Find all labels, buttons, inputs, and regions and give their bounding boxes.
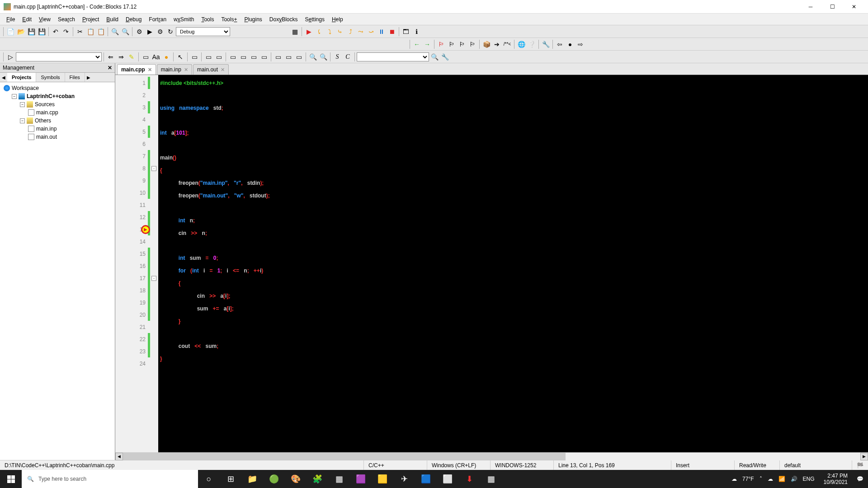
- minimize-button[interactable]: ─: [800, 0, 821, 14]
- start-button[interactable]: [0, 470, 22, 488]
- dot-icon[interactable]: ●: [161, 52, 171, 62]
- doxy-html-icon[interactable]: 🌐: [516, 39, 526, 49]
- zoom-out-icon[interactable]: 🔍: [318, 52, 328, 62]
- menu-doxyblocks[interactable]: DoxyBlocks: [266, 14, 302, 24]
- menu-wxsmith[interactable]: wxSmith: [170, 14, 198, 24]
- symbol-combo[interactable]: [357, 52, 429, 61]
- bookmark-prev-icon[interactable]: 🏳: [447, 39, 457, 49]
- menu-edit[interactable]: Edit: [19, 14, 35, 24]
- scroll-right-icon[interactable]: ▶: [860, 453, 868, 460]
- tree-sources-folder[interactable]: − Sources: [18, 100, 113, 108]
- onedrive-icon[interactable]: ☁: [768, 476, 773, 482]
- new-file-icon[interactable]: 📄: [5, 27, 15, 37]
- stop-debug-icon[interactable]: ⏹: [387, 27, 397, 37]
- app-icon-1[interactable]: 🟢: [263, 470, 285, 488]
- step-into-icon[interactable]: ⤷: [335, 27, 345, 37]
- menu-plugins[interactable]: Plugins: [241, 14, 265, 24]
- tree-file-main-cpp[interactable]: main.cpp: [26, 108, 113, 117]
- menu-file[interactable]: File: [3, 14, 19, 24]
- app-icon-8[interactable]: ▦: [480, 470, 502, 488]
- clock[interactable]: 2:47 PM 10/9/2021: [820, 473, 851, 486]
- tree-file-main-out[interactable]: main.out: [26, 133, 113, 141]
- menu-debug[interactable]: Debug: [122, 14, 145, 24]
- s-icon[interactable]: S: [332, 52, 342, 62]
- vscode-icon[interactable]: 🟦: [415, 470, 437, 488]
- close-button[interactable]: ✕: [844, 0, 864, 14]
- language-indicator[interactable]: ENG: [803, 476, 815, 482]
- menu-toolsplus[interactable]: Tools+: [217, 14, 241, 24]
- undo-icon[interactable]: ↶: [51, 27, 61, 37]
- next-line-icon[interactable]: ⤵: [325, 27, 335, 37]
- rect6-icon[interactable]: ▭: [249, 52, 259, 62]
- doxy-block-icon[interactable]: 📦: [481, 39, 491, 49]
- notifications-icon[interactable]: 💬: [857, 476, 863, 482]
- menu-help[interactable]: Help: [328, 14, 347, 24]
- rect8-icon[interactable]: ▭: [273, 52, 283, 62]
- app-icon-6[interactable]: ⬜: [437, 470, 458, 488]
- line-gutter[interactable]: 12345678-910111213▶14151617-181920212223…: [115, 75, 158, 452]
- expand-icon[interactable]: −: [20, 102, 25, 107]
- tab-scroll-left-icon[interactable]: ◀: [0, 75, 7, 80]
- app-icon-3[interactable]: 🧩: [307, 470, 328, 488]
- editor-tab-main-inp[interactable]: main.inp✕: [157, 64, 192, 75]
- codeblocks-taskbar-icon[interactable]: ▦: [328, 470, 350, 488]
- break-icon[interactable]: ⏸: [377, 27, 387, 37]
- jump-back-icon[interactable]: ⇐: [106, 52, 116, 62]
- task-view-icon[interactable]: ⊞: [220, 470, 241, 488]
- tab-symbols[interactable]: Symbols: [36, 73, 65, 82]
- back-icon[interactable]: ←: [412, 39, 422, 49]
- editor-tab-main-cpp[interactable]: main.cpp✕: [117, 64, 156, 75]
- app-icon-2[interactable]: 🎨: [285, 470, 307, 488]
- info-icon[interactable]: ℹ: [411, 27, 421, 37]
- rect5-icon[interactable]: ▭: [238, 52, 248, 62]
- run-script-icon[interactable]: ▷: [5, 52, 15, 62]
- rect4-icon[interactable]: ▭: [228, 52, 238, 62]
- tab-projects[interactable]: Projects: [7, 73, 36, 82]
- taskbar-search[interactable]: 🔍 Type here to search: [22, 470, 198, 488]
- code-editor[interactable]: #include <bits/stdc++.h> using namespace…: [158, 75, 868, 452]
- management-close-icon[interactable]: ✕: [108, 65, 112, 71]
- forward-icon[interactable]: →: [422, 39, 432, 49]
- bookmark-toggle-icon[interactable]: 🏳: [436, 39, 446, 49]
- menu-build[interactable]: Build: [103, 14, 122, 24]
- tree-project[interactable]: − LaptrinhC++coban: [10, 92, 113, 100]
- select-icon[interactable]: ▭: [141, 52, 151, 62]
- step-out-icon[interactable]: ⤴: [345, 27, 355, 37]
- zoom-in-icon[interactable]: 🔍: [308, 52, 318, 62]
- bookmark-next-icon[interactable]: 🏳: [457, 39, 467, 49]
- editor-tab-main-out[interactable]: main.out✕: [193, 64, 229, 75]
- menu-project[interactable]: Project: [79, 14, 103, 24]
- build-target-combo[interactable]: Debug: [176, 27, 230, 36]
- tree-file-main-inp[interactable]: main.inp: [26, 125, 113, 133]
- tab-close-icon[interactable]: ✕: [184, 67, 188, 73]
- horizontal-scrollbar[interactable]: ◀ ▶: [115, 452, 868, 460]
- maximize-button[interactable]: ☐: [822, 0, 843, 14]
- tab-files[interactable]: Files: [65, 73, 85, 82]
- wifi-icon[interactable]: 📶: [778, 476, 785, 482]
- wrench-icon[interactable]: 🔧: [541, 39, 551, 49]
- options-icon[interactable]: 🔧: [440, 52, 450, 62]
- doxy-comment-icon[interactable]: /**<: [502, 39, 512, 49]
- nav-prev-icon[interactable]: ⇦: [555, 39, 565, 49]
- menu-settings[interactable]: Settings: [302, 14, 328, 24]
- app-icon-5[interactable]: ✈: [393, 470, 415, 488]
- rect10-icon[interactable]: ▭: [294, 52, 304, 62]
- tree-workspace[interactable]: Workspace: [2, 84, 113, 92]
- replace-icon[interactable]: 🔍: [120, 27, 130, 37]
- paste-icon[interactable]: 📋: [96, 27, 106, 37]
- script-combo[interactable]: [16, 52, 102, 61]
- open-icon[interactable]: 📂: [16, 27, 26, 37]
- rect9-icon[interactable]: ▭: [283, 52, 293, 62]
- step-instr-icon[interactable]: ⤻: [366, 27, 376, 37]
- rect2-icon[interactable]: ▭: [203, 52, 213, 62]
- save-all-icon[interactable]: 💾: [37, 27, 47, 37]
- app-icon-4[interactable]: 🟪: [350, 470, 372, 488]
- doxy-run-icon[interactable]: ➔: [492, 39, 502, 49]
- app-icon-7[interactable]: ⬇: [458, 470, 480, 488]
- scroll-left-icon[interactable]: ◀: [115, 453, 123, 460]
- build-icon[interactable]: ⚙: [134, 27, 144, 37]
- explorer-icon[interactable]: 📁: [241, 470, 263, 488]
- rect1-icon[interactable]: ▭: [189, 52, 199, 62]
- weather-icon[interactable]: ☁: [731, 476, 737, 482]
- redo-icon[interactable]: ↷: [61, 27, 71, 37]
